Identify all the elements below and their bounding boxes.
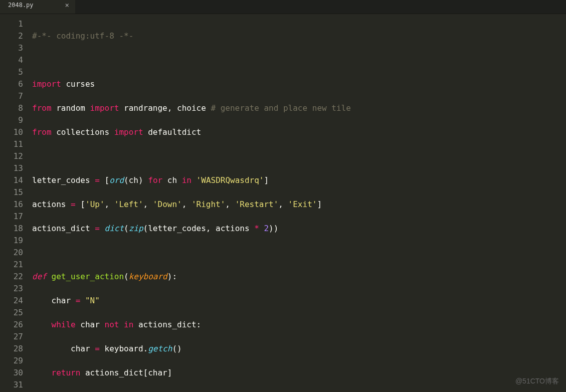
code-line: return actions_dict[char] <box>32 367 566 379</box>
line-number: 12 <box>4 150 23 162</box>
line-number: 31 <box>4 379 23 391</box>
line-number: 9 <box>4 114 23 126</box>
line-number: 21 <box>4 259 23 271</box>
line-number: 1 <box>4 18 23 30</box>
code-line: actions = ['Up', 'Left', 'Down', 'Right'… <box>32 199 566 211</box>
code-line <box>32 150 566 162</box>
line-number: 2 <box>4 30 23 42</box>
line-number: 30 <box>4 367 23 379</box>
code-editor[interactable]: 1 2 3 4 5 6 7 8 9 10 11 12 13 14 15 16 1… <box>0 14 566 392</box>
line-number: 8 <box>4 102 23 114</box>
line-number: 19 <box>4 235 23 247</box>
code-line <box>32 247 566 259</box>
line-number: 11 <box>4 138 23 150</box>
code-line: actions_dict = dict(zip(letter_codes, ac… <box>32 223 566 235</box>
line-number-gutter: 1 2 3 4 5 6 7 8 9 10 11 12 13 14 15 16 1… <box>0 14 30 392</box>
line-number: 4 <box>4 54 23 66</box>
code-line: def get_user_action(keyboard): <box>32 271 566 283</box>
line-number: 5 <box>4 66 23 78</box>
line-number: 29 <box>4 355 23 367</box>
code-line: letter_codes = [ord(ch) for ch in 'WASDR… <box>32 174 566 186</box>
line-number: 6 <box>4 78 23 90</box>
line-number: 10 <box>4 126 23 138</box>
line-number: 22 <box>4 271 23 283</box>
file-tab[interactable]: 2048.py × <box>0 0 75 14</box>
code-line: char = "N" <box>32 295 566 307</box>
code-content[interactable]: #-*- coding:utf-8 -*- import curses from… <box>30 14 566 392</box>
line-number: 18 <box>4 223 23 235</box>
line-number: 14 <box>4 174 23 186</box>
line-number: 13 <box>4 162 23 174</box>
close-icon[interactable]: × <box>65 0 69 11</box>
line-number: 7 <box>4 90 23 102</box>
line-number: 25 <box>4 307 23 319</box>
line-number: 16 <box>4 199 23 211</box>
code-line: import curses <box>32 78 566 90</box>
code-line: from collections import defaultdict <box>32 126 566 138</box>
code-line: while char not in actions_dict: <box>32 319 566 331</box>
tab-filename: 2048.py <box>8 0 34 11</box>
code-line: from random import randrange, choice # g… <box>32 102 566 114</box>
line-number: 28 <box>4 343 23 355</box>
line-number: 26 <box>4 319 23 331</box>
code-line <box>32 54 566 66</box>
line-number: 24 <box>4 295 23 307</box>
tab-bar: 2048.py × <box>0 0 566 14</box>
line-number: 3 <box>4 42 23 54</box>
line-number: 20 <box>4 247 23 259</box>
line-number: 15 <box>4 186 23 199</box>
watermark: @51CTO博客 <box>515 375 559 387</box>
code-line: char = keyboard.getch() <box>32 343 566 355</box>
line-number: 17 <box>4 211 23 223</box>
line-number: 23 <box>4 283 23 295</box>
line-number: 27 <box>4 331 23 343</box>
code-line: #-*- coding:utf-8 -*- <box>32 30 566 42</box>
